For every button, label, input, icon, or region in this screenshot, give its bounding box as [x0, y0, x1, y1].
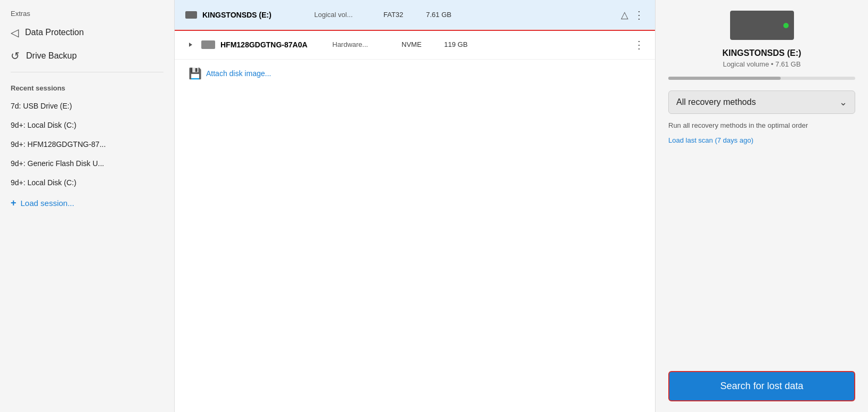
drive-led	[783, 23, 789, 28]
recovery-description: Run all recovery methods in the optimal …	[668, 120, 855, 131]
right-panel-drive-name: KINGSTONSDS (E:)	[722, 48, 801, 58]
disk-list: KINGSTONSDS (E:) Logical vol... FAT32 7.…	[175, 0, 655, 412]
data-protection-label: Data Protection	[25, 28, 84, 37]
load-session-button[interactable]: + Load session...	[0, 192, 174, 214]
session-item-4[interactable]: 9d+: Local Disk (C:)	[0, 173, 174, 192]
sidebar: Extras ◁ Data Protection ↺ Drive Backup …	[0, 0, 175, 412]
shield-status-icon: △	[621, 9, 628, 21]
session-item-0[interactable]: 7d: USB Drive (E:)	[0, 96, 174, 116]
capacity-fill	[668, 77, 781, 80]
right-panel-drive-sub: Logical volume • 7.61 GB	[723, 60, 800, 68]
clock-icon: ↺	[11, 50, 20, 62]
chevron-down-icon: ⌄	[839, 96, 847, 108]
disk-actions-0: △ ⋮	[621, 9, 644, 21]
session-item-2[interactable]: 9d+: HFM128GDGTNG-87...	[0, 135, 174, 154]
session-item-1[interactable]: 9d+: Local Disk (C:)	[0, 116, 174, 135]
plus-icon: +	[11, 197, 17, 209]
capacity-bar	[668, 77, 855, 80]
recovery-method-dropdown[interactable]: All recovery methods ⌄	[668, 90, 855, 114]
extras-label: Extras	[0, 0, 174, 21]
load-session-label: Load session...	[21, 199, 75, 208]
disk-row-0[interactable]: KINGSTONSDS (E:) Logical vol... FAT32 7.…	[175, 0, 655, 30]
attach-disk-image[interactable]: 💾 Attach disk image...	[175, 60, 655, 87]
session-item-3[interactable]: 9d+: Generic Flash Disk U...	[0, 154, 174, 173]
disk-fs-1: NVME	[402, 40, 439, 48]
disk-name-0: KINGSTONSDS (E:)	[202, 11, 309, 19]
disk-name-1: HFM128GDGTNG-87A0A	[220, 40, 327, 49]
nvme-drive-icon	[201, 40, 215, 49]
recent-sessions-title: Recent sessions	[0, 77, 174, 96]
load-last-scan-link[interactable]: Load last scan (7 days ago)	[668, 136, 855, 144]
disk-fs-0: FAT32	[383, 11, 421, 19]
disk-row-1[interactable]: HFM128GDGTNG-87A0A Hardware... NVME 119 …	[175, 30, 655, 60]
divider	[11, 72, 163, 72]
disk-size-1: 119 GB	[444, 40, 487, 48]
expand-button-1[interactable]	[185, 39, 196, 50]
more-options-icon-0[interactable]: ⋮	[634, 9, 644, 21]
more-options-icon-1[interactable]: ⋮	[634, 38, 644, 51]
disk-size-0: 7.61 GB	[426, 11, 469, 19]
usb-drive-icon	[185, 11, 197, 19]
sidebar-item-data-protection[interactable]: ◁ Data Protection	[0, 21, 174, 44]
main-content: KINGSTONSDS (E:) Logical vol... FAT32 7.…	[175, 0, 655, 412]
search-lost-data-button[interactable]: Search for lost data	[668, 371, 855, 401]
disk-type-1: Hardware...	[332, 40, 396, 48]
attach-image-label: Attach disk image...	[206, 69, 271, 78]
right-panel: KINGSTONSDS (E:) Logical volume • 7.61 G…	[655, 0, 868, 412]
sidebar-item-drive-backup[interactable]: ↺ Drive Backup	[0, 44, 174, 68]
svg-marker-0	[189, 43, 192, 47]
attach-image-icon: 💾	[189, 67, 202, 80]
shield-icon: ◁	[11, 26, 19, 39]
disk-type-0: Logical vol...	[314, 11, 378, 19]
drive-thumbnail	[730, 11, 794, 40]
recovery-method-label: All recovery methods	[676, 97, 756, 107]
disk-actions-1: ⋮	[634, 38, 644, 51]
drive-backup-label: Drive Backup	[26, 51, 77, 61]
